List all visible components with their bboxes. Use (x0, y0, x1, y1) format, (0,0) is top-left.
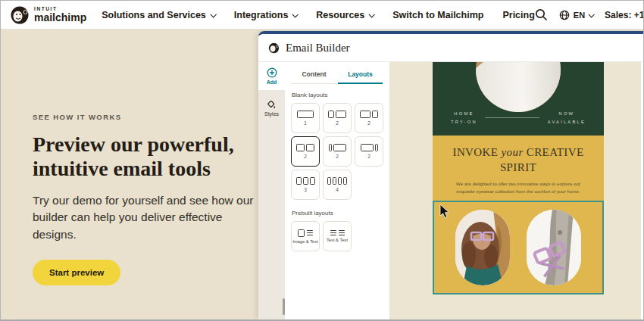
blank-layouts-grid: 1 2 2 2 2 (291, 103, 383, 200)
layout-card-1col[interactable]: 1 (291, 103, 320, 133)
layout-glyph (361, 144, 378, 151)
search-icon[interactable] (535, 8, 548, 21)
layout-card-small-large[interactable]: 2 (323, 103, 352, 133)
hero-description: Try our demo for yourself and see how ou… (33, 192, 261, 243)
blank-layouts-label: Blank layouts (292, 92, 383, 98)
layout-card-thin-wide[interactable]: 2 (323, 136, 352, 167)
logo-brand-label: mailchimp (34, 12, 86, 23)
layout-glyph (329, 144, 346, 151)
email-builder-panel: Email Builder Add S (258, 31, 643, 319)
email-image-section-selected[interactable] (433, 201, 604, 295)
layout-count: 2 (367, 120, 370, 126)
glasses-on-rock-image (527, 210, 581, 285)
chevron-down-icon (292, 11, 299, 17)
start-preview-button[interactable]: Start preview (33, 260, 120, 285)
panel-scrollbar[interactable] (283, 298, 285, 315)
prebuilt-layouts-label: Prebuilt layouts (292, 210, 383, 217)
chevron-down-icon (210, 11, 216, 17)
layout-glyph (297, 111, 314, 118)
layout-glyph (328, 111, 346, 118)
mailchimp-landing-page: INTUIT mailchimp Solutions and Services … (0, 0, 644, 321)
layout-card-image-text[interactable]: Image & Text (291, 221, 320, 251)
add-plus-icon (267, 67, 277, 78)
model-with-glasses-image (455, 210, 510, 285)
styles-button[interactable]: Styles (264, 100, 279, 117)
layout-glyph (296, 177, 315, 185)
title-line-1: Preview our powerful, (33, 132, 234, 156)
layout-glyph (360, 111, 378, 118)
email-preview[interactable]: HOME TRY-ON NOW AVAILABLE INV (433, 62, 604, 295)
freddie-builder-icon (268, 42, 280, 54)
nav-right-cluster: EN Sales: +1 (800) 315-5939 Log In Start… (535, 4, 644, 26)
now-available-text: NOW AVAILABLE (548, 110, 586, 126)
nav-item-label: Switch to Mailchimp (392, 10, 483, 20)
layout-card-two-equal-selected[interactable]: 2 (291, 136, 320, 167)
builder-canvas: HOME TRY-ON NOW AVAILABLE INV (389, 62, 643, 319)
divider-line (485, 117, 539, 118)
logo-text: INTUIT mailchimp (34, 7, 86, 23)
nav-item-label: Integrations (234, 10, 289, 20)
layout-count: 2 (336, 154, 339, 159)
nav-item-label: Pricing (502, 10, 534, 20)
add-label: Add (267, 79, 277, 85)
nav-item-switch-to-mailchimp[interactable]: Switch to Mailchimp (392, 10, 483, 20)
nav-item-solutions[interactable]: Solutions and Services (102, 10, 215, 20)
header-right-line1: NOW (559, 111, 575, 116)
prebuilt-label: Text & Text (327, 238, 348, 242)
globe-icon (559, 10, 570, 20)
header-left-line1: HOME (454, 111, 474, 116)
sales-phone-link[interactable]: Sales: +1 (800) 315-5939 (605, 10, 644, 20)
nav-item-resources[interactable]: Resources (316, 10, 374, 20)
layout-card-3col[interactable]: 3 (291, 170, 320, 200)
layout-card-wide-thin[interactable]: 2 (355, 136, 383, 167)
layout-count: 2 (304, 154, 307, 159)
layout-card-4col[interactable]: 4 (323, 170, 352, 200)
top-navigation: INTUIT mailchimp Solutions and Services … (1, 1, 643, 30)
mouse-cursor-icon (439, 204, 452, 219)
add-block-button[interactable]: Add (258, 62, 285, 90)
freddie-logo-icon (10, 5, 30, 25)
email-builder-header: Email Builder (258, 34, 643, 62)
builder-icon-rail: Add Styles (258, 62, 285, 319)
tab-content[interactable]: Content (291, 64, 337, 83)
email-header-row: HOME TRY-ON NOW AVAILABLE (433, 110, 604, 126)
hero-section: SEE HOW IT WORKS Preview our powerful, i… (33, 113, 267, 285)
nav-item-label: Solutions and Services (102, 10, 206, 20)
prebuilt-layouts-grid: Image & Text Text & Text (291, 221, 383, 251)
layout-count: 1 (304, 120, 307, 126)
layout-card-text-text[interactable]: Text & Text (323, 221, 352, 251)
styles-label: Styles (264, 111, 279, 117)
nav-item-label: Resources (316, 10, 364, 20)
builder-title: Email Builder (286, 42, 350, 55)
chevron-down-icon (589, 11, 595, 17)
layout-count: 3 (304, 187, 307, 192)
hat-product-image (476, 62, 561, 112)
header-right-line2: AVAILABLE (548, 120, 586, 124)
nav-item-integrations[interactable]: Integrations (234, 10, 298, 20)
mailchimp-logo[interactable]: INTUIT mailchimp (10, 5, 86, 25)
layout-count: 2 (336, 120, 339, 126)
title-line-2: intuitive email tools (33, 157, 211, 180)
email-headline: INVOKE your CREATIVE SPIRIT (443, 145, 593, 175)
builder-body: Add Styles Content Layouts Blank layou (258, 62, 643, 319)
layout-glyph (327, 177, 347, 185)
layout-count: 2 (367, 154, 370, 159)
layout-card-large-small[interactable]: 2 (355, 103, 383, 133)
language-selector[interactable]: EN (559, 10, 593, 20)
nav-item-pricing[interactable]: Pricing (502, 10, 534, 20)
layouts-sidebar: Content Layouts Blank layouts 1 2 (285, 62, 389, 319)
email-header-section[interactable]: HOME TRY-ON NOW AVAILABLE (433, 62, 604, 136)
page-title: Preview our powerful, intuitive email to… (33, 132, 267, 181)
email-headline-section[interactable]: INVOKE your CREATIVE SPIRIT We are delig… (433, 136, 604, 201)
email-body-text: We are delighted to offer two innovative… (443, 180, 593, 195)
chevron-down-icon (369, 11, 375, 17)
tab-layouts[interactable]: Layouts (337, 64, 383, 83)
builder-tabs: Content Layouts (291, 64, 383, 84)
language-label: EN (574, 11, 585, 20)
layout-glyph (296, 144, 314, 151)
styles-paint-icon (267, 100, 277, 110)
layout-count: 4 (336, 187, 339, 192)
nav-menu: Solutions and Services Integrations Reso… (102, 10, 535, 20)
header-left-line2: TRY-ON (451, 120, 477, 124)
home-try-on-text: HOME TRY-ON (451, 110, 477, 126)
